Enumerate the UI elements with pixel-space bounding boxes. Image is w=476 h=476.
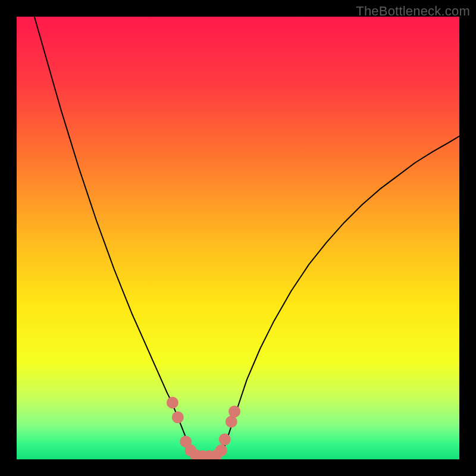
marker-trough-markers-8 <box>215 444 227 456</box>
marker-trough-markers-0 <box>167 397 178 409</box>
watermark-label: TheBottleneck.com <box>356 4 470 19</box>
marker-trough-markers-10 <box>226 416 237 428</box>
marker-trough-markers-9 <box>219 434 231 446</box>
marker-trough-markers-11 <box>228 406 240 418</box>
chart-frame: TheBottleneck.com <box>0 0 476 476</box>
bottleneck-plot <box>17 17 459 459</box>
plot-background <box>17 17 459 459</box>
marker-trough-markers-1 <box>172 411 184 423</box>
